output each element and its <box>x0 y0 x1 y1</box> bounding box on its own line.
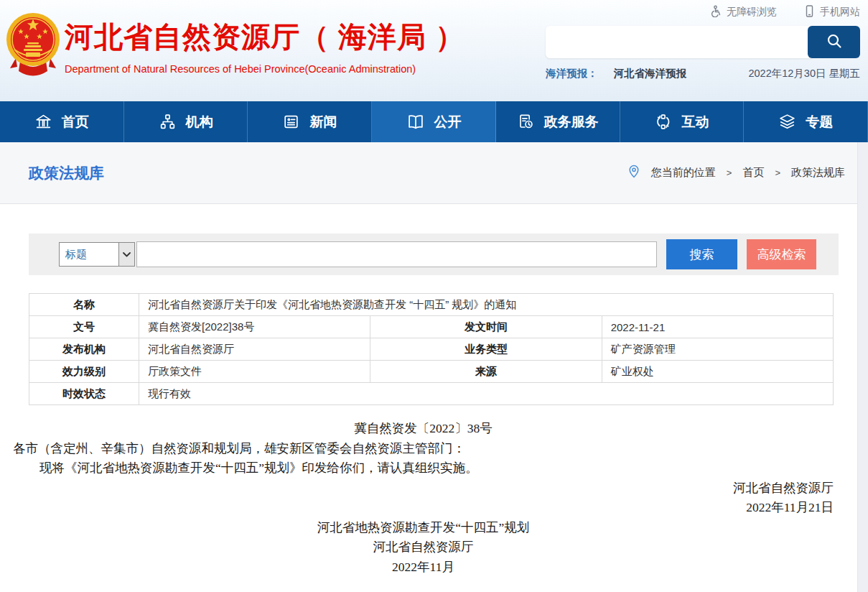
ocean-forecast-label: 海洋预报： <box>546 67 598 80</box>
search-field-selected-option: 标题 <box>60 243 118 266</box>
plan-date: 2022年11月 <box>13 558 834 578</box>
field-value: 2022-11-21 <box>602 316 833 338</box>
field-value: 河北省自然资源厅 <box>139 338 370 361</box>
plan-title: 河北省地热资源勘查开发“十四五”规划 <box>13 518 834 538</box>
header-search-button[interactable] <box>808 26 860 58</box>
home-icon <box>34 113 52 131</box>
field-label: 业务类型 <box>370 338 602 361</box>
nav-label: 公开 <box>434 113 462 131</box>
page-title: 政策法规库 <box>29 163 104 183</box>
breadcrumb-current: 政策法规库 <box>791 166 845 180</box>
advanced-search-button[interactable]: 高级检索 <box>747 239 816 269</box>
field-label: 发文时间 <box>370 316 602 338</box>
nav-label: 互动 <box>681 113 709 131</box>
nav-item-organization[interactable]: 机构 <box>124 101 248 142</box>
mobile-phone-icon <box>804 5 815 19</box>
scrollbar[interactable] <box>857 142 868 592</box>
site-subtitle: Department of Natural Resources of Hebei… <box>65 63 465 75</box>
chevron-down-icon <box>118 243 134 266</box>
site-header: 河北省自然资源厅（ 海洋局 ） Department of Natural Re… <box>0 0 868 101</box>
field-label: 效力级别 <box>29 361 139 383</box>
nav-item-services[interactable]: 政务服务 <box>496 101 620 142</box>
table-row: 效力级别 厅政策文件 来源 矿业权处 <box>29 361 834 383</box>
header-utility-links: 无障碍浏览 手机网站 <box>546 4 860 21</box>
search-panel: 标题 搜索 高级检索 <box>29 233 839 275</box>
current-date: 2022年12月30日 星期五 <box>748 67 860 80</box>
location-pin-icon <box>627 165 640 181</box>
document-body: 冀自然资发〔2022〕38号 各市（含定州、辛集市）自然资源和规划局，雄安新区管… <box>0 405 868 577</box>
field-value: 冀自然资发[2022]38号 <box>139 316 370 338</box>
breadcrumb-separator: > <box>727 167 732 178</box>
nav-item-interaction[interactable]: 互动 <box>620 101 745 142</box>
table-row: 时效状态 现行有效 <box>29 383 834 405</box>
breadcrumb-band: 政策法规库 您当前的位置 > 首页 > 政策法规库 <box>0 142 868 204</box>
nav-item-news[interactable]: 新闻 <box>248 101 372 142</box>
table-row: 名称 河北省自然资源厅关于印发《河北省地热资源勘查开发 “十四五” 规划》的通知 <box>29 294 834 316</box>
accessibility-label: 无障碍浏览 <box>727 6 777 19</box>
field-value: 现行有效 <box>139 383 834 405</box>
field-label: 发布机构 <box>29 338 139 361</box>
nav-label: 机构 <box>186 113 213 131</box>
field-label: 时效状态 <box>29 383 139 405</box>
document-detail-table: 名称 河北省自然资源厅关于印发《河北省地热资源勘查开发 “十四五” 规划》的通知… <box>29 293 834 405</box>
field-label: 来源 <box>370 361 602 383</box>
breadcrumb-separator: > <box>775 167 780 178</box>
nav-item-public[interactable]: 公开 <box>372 101 496 142</box>
accessibility-icon <box>709 5 722 19</box>
policy-search-input[interactable] <box>136 241 657 267</box>
nav-label: 政务服务 <box>544 113 599 131</box>
nav-label: 首页 <box>62 113 89 131</box>
field-value: 矿产资源管理 <box>602 338 833 361</box>
ocean-forecast-link[interactable]: 河北省海洋预报 <box>614 67 687 80</box>
national-emblem-logo <box>6 8 60 84</box>
interaction-icon <box>654 113 672 131</box>
main-nav: 首页 机构 新闻 公开 <box>0 101 868 142</box>
header-search-input[interactable] <box>546 26 812 58</box>
accessibility-link[interactable]: 无障碍浏览 <box>709 5 777 19</box>
breadcrumb-home[interactable]: 首页 <box>742 166 764 180</box>
topics-icon <box>778 113 796 131</box>
breadcrumb: 您当前的位置 > 首页 > 政策法规库 <box>627 165 845 181</box>
organization-icon <box>159 113 177 131</box>
signature-date: 2022年11月21日 <box>13 498 834 518</box>
field-label: 文号 <box>29 316 139 338</box>
signature-org: 河北省自然资源厅 <box>13 478 834 499</box>
document-salutation: 各市（含定州、辛集市）自然资源和规划局，雄安新区管委会自然资源主管部门： <box>13 439 834 459</box>
table-row: 文号 冀自然资发[2022]38号 发文时间 2022-11-21 <box>29 316 834 338</box>
search-icon <box>825 32 844 52</box>
services-icon <box>517 113 535 131</box>
document-number: 冀自然资发〔2022〕38号 <box>13 419 834 439</box>
field-value: 厅政策文件 <box>139 361 370 383</box>
breadcrumb-location-label: 您当前的位置 <box>651 166 716 180</box>
news-icon <box>282 113 300 131</box>
site-title: 河北省自然资源厅（ 海洋局 ） <box>65 17 465 57</box>
mobile-site-label: 手机网站 <box>820 6 860 19</box>
nav-item-topics[interactable]: 专题 <box>744 101 868 142</box>
search-button[interactable]: 搜索 <box>666 239 737 269</box>
mobile-site-link[interactable]: 手机网站 <box>804 5 860 19</box>
field-value: 河北省自然资源厅关于印发《河北省地热资源勘查开发 “十四五” 规划》的通知 <box>139 294 834 316</box>
nav-label: 新闻 <box>309 113 337 131</box>
field-value: 矿业权处 <box>602 361 833 383</box>
nav-item-home[interactable]: 首页 <box>0 101 124 142</box>
site-title-block: 河北省自然资源厅（ 海洋局 ） Department of Natural Re… <box>65 17 465 75</box>
table-row: 发布机构 河北省自然资源厅 业务类型 矿产资源管理 <box>29 338 834 361</box>
field-label: 名称 <box>29 294 139 316</box>
open-book-icon <box>406 113 425 131</box>
nav-label: 专题 <box>806 113 833 131</box>
search-field-select[interactable]: 标题 <box>59 242 135 267</box>
plan-org: 河北省自然资源厅 <box>13 537 834 558</box>
document-paragraph: 现将《河北省地热资源勘查开发“十四五”规划》印发给你们，请认真组织实施。 <box>13 458 834 478</box>
